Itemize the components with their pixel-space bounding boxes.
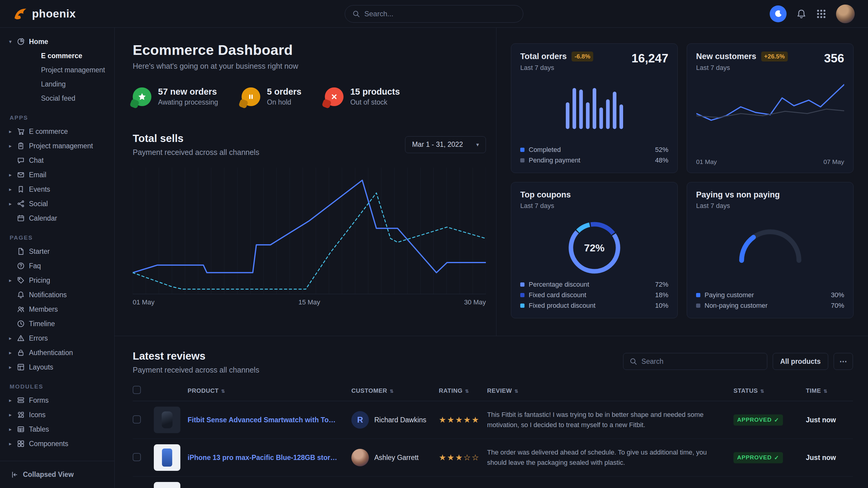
- kpi-cards: Total orders -6.8% Last 7 days 16,247 Co…: [496, 28, 868, 336]
- sidebar-item-starter[interactable]: Starter: [9, 244, 106, 259]
- date-range-select[interactable]: Mar 1 - 31, 2022 ▾: [405, 136, 486, 153]
- legend-item: Fixed product discount10%: [520, 300, 668, 311]
- sidebar-item-e-commerce[interactable]: E commerce: [9, 49, 106, 63]
- global-search-input[interactable]: [364, 10, 516, 18]
- column-header-review[interactable]: REVIEW⇅: [487, 386, 734, 401]
- moon-icon: [774, 9, 783, 19]
- sidebar-item-errors[interactable]: ▸Errors: [9, 331, 106, 346]
- stat-caption: Out of stock: [350, 98, 400, 106]
- review-row: Fitbit Sense Advanced Smartwatch with To…: [133, 401, 853, 439]
- envelope-icon: [17, 171, 25, 179]
- caret-right-icon: ▸: [9, 201, 17, 207]
- row-checkbox[interactable]: [133, 453, 141, 461]
- sidebar-item-calendar[interactable]: Calendar: [9, 211, 106, 225]
- total-sells-chart: [133, 168, 486, 294]
- stat-item: 57 new ordersAwating processing: [133, 87, 218, 106]
- reviews-search[interactable]: [623, 353, 767, 370]
- brand-logo[interactable]: phoenix: [13, 7, 76, 21]
- sidebar-item-chat[interactable]: Chat: [9, 153, 106, 168]
- sidebar-item-events[interactable]: ▸Events: [9, 182, 106, 197]
- sidebar-item-pricing[interactable]: ▸Pricing: [9, 273, 106, 288]
- legend-value: 70%: [831, 302, 844, 310]
- customer-avatar: [351, 449, 369, 466]
- total-orders-card: Total orders -6.8% Last 7 days 16,247 Co…: [511, 43, 678, 173]
- legend-item: Paying customer30%: [696, 290, 844, 300]
- sidebar-item-components[interactable]: ▸Components: [9, 436, 106, 451]
- clipboard-icon: [17, 142, 25, 150]
- theme-toggle-button[interactable]: [770, 5, 786, 22]
- column-header-customer[interactable]: CUSTOMER⇅: [351, 386, 439, 401]
- product-image[interactable]: [154, 406, 180, 433]
- table-header-row: PRODUCT⇅ CUSTOMER⇅ RATING⇅ REVIEW⇅ STATU…: [133, 386, 853, 401]
- phoenix-logo-icon: [13, 7, 27, 21]
- sidebar-item-project-management[interactable]: Project management: [9, 63, 106, 77]
- column-header-rating[interactable]: RATING⇅: [439, 386, 487, 401]
- legend-label: Fixed card discount: [529, 291, 586, 299]
- collapsed-view-toggle[interactable]: Collapsed View: [0, 461, 114, 488]
- card-title: New customers: [696, 52, 756, 61]
- stat-caption: Awating processing: [158, 98, 218, 106]
- sidebar-item-social[interactable]: ▸Social: [9, 197, 106, 211]
- change-badge: +26.5%: [761, 52, 788, 62]
- row-checkbox[interactable]: [133, 415, 141, 423]
- product-link[interactable]: iPhone 13 pro max-Pacific Blue-128GB sto…: [188, 454, 338, 462]
- card-period: Last 7 days: [696, 202, 780, 210]
- all-products-button[interactable]: All products: [773, 353, 828, 370]
- sidebar-item-authentication[interactable]: ▸Authentication: [9, 346, 106, 360]
- review-time: Just now: [806, 454, 836, 461]
- sidebar-item-notifications[interactable]: Notifications: [9, 288, 106, 302]
- legend-label: Paying customer: [705, 291, 754, 299]
- reviews-subtitle: Payment received across all channels: [133, 366, 259, 375]
- legend-item: Non-paying customer70%: [696, 300, 844, 311]
- reviews-search-input[interactable]: [642, 357, 761, 366]
- stat-caption: On hold: [267, 98, 301, 106]
- form-icon: [17, 396, 25, 404]
- legend-item: Fixed card discount18%: [520, 290, 668, 300]
- sidebar-item-home[interactable]: ▾Home: [9, 34, 106, 49]
- sidebar-item-timeline[interactable]: Timeline: [9, 317, 106, 331]
- sidebar-item-faq[interactable]: Faq: [9, 259, 106, 273]
- legend-swatch: [520, 303, 525, 308]
- column-header-product[interactable]: PRODUCT⇅: [154, 386, 351, 401]
- sidebar-item-social-feed[interactable]: Social feed: [9, 91, 106, 105]
- notifications-bell-icon[interactable]: [796, 9, 806, 19]
- more-options-button[interactable]: ⋯: [834, 353, 853, 370]
- caret-right-icon: ▸: [9, 441, 17, 447]
- sidebar-item-tables[interactable]: ▸Tables: [9, 422, 106, 436]
- date-range-value: Mar 1 - 31, 2022: [412, 140, 463, 149]
- sidebar-section-title: MODULES: [10, 383, 106, 390]
- rating-stars: ★★★★★: [439, 415, 480, 424]
- select-all-checkbox[interactable]: [133, 386, 141, 394]
- card-period: Last 7 days: [520, 64, 593, 72]
- status-badge: APPROVED ✓: [734, 415, 783, 426]
- chevron-down-icon: ▾: [476, 141, 479, 148]
- review-text: This Fitbit is fantastic! I was trying t…: [487, 410, 728, 430]
- sidebar-item-members[interactable]: Members: [9, 302, 106, 317]
- review-text: The order was delivered ahead of schedul…: [487, 447, 728, 468]
- sort-icon: ⇅: [760, 389, 764, 394]
- apps-grid-icon[interactable]: [816, 9, 826, 19]
- layout-icon: [17, 363, 25, 371]
- legend-value: 18%: [655, 291, 668, 299]
- paying-vs-nonpaying-card: Paying vs non paying Last 7 days Paying …: [687, 182, 854, 318]
- sidebar-item-landing[interactable]: Landing: [9, 77, 106, 91]
- column-header-time[interactable]: TIME⇅: [806, 386, 853, 401]
- product-image[interactable]: [154, 444, 180, 471]
- column-header-status[interactable]: STATUS⇅: [734, 386, 806, 401]
- product-link[interactable]: Fitbit Sense Advanced Smartwatch with To…: [188, 416, 338, 424]
- sidebar-item-layouts[interactable]: ▸Layouts: [9, 360, 106, 375]
- review-row: iPhone 13 pro max-Pacific Blue-128GB sto…: [133, 439, 853, 477]
- sidebar-item-icons[interactable]: ▸Icons: [9, 408, 106, 422]
- check-icon: ✓: [774, 454, 779, 461]
- legend-swatch: [520, 283, 525, 287]
- global-search[interactable]: [345, 5, 523, 23]
- caret-right-icon: ▸: [9, 143, 17, 149]
- tag-icon: [17, 276, 25, 284]
- legend-value: 48%: [655, 157, 668, 164]
- product-image[interactable]: [154, 482, 180, 488]
- sidebar-item-email[interactable]: ▸Email: [9, 168, 106, 182]
- sidebar-item-project-management[interactable]: ▸Project management: [9, 139, 106, 153]
- sidebar-item-forms[interactable]: ▸Forms: [9, 393, 106, 408]
- sidebar-item-e-commerce[interactable]: ▸E commerce: [9, 124, 106, 139]
- user-avatar[interactable]: [836, 4, 855, 23]
